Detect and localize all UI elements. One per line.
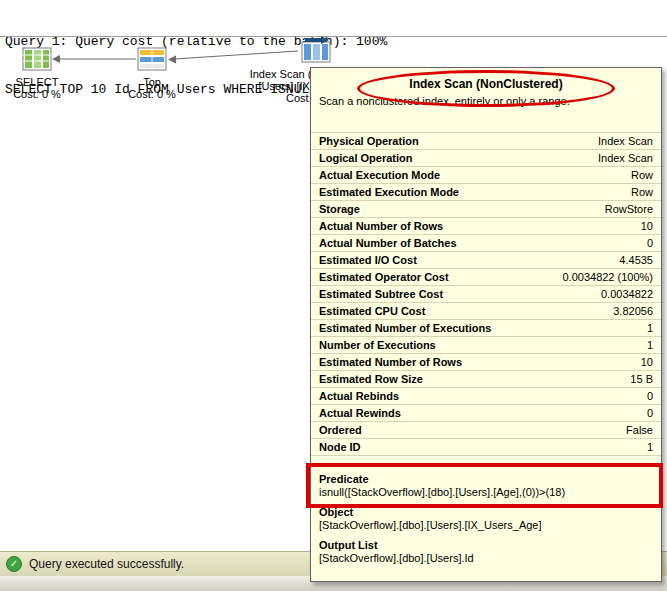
- tooltip-row: Actual Number of Rows10: [311, 218, 661, 235]
- plan-node-top[interactable]: Top Cost: 0 %: [115, 46, 189, 100]
- property-label: Estimated Number of Rows: [319, 356, 462, 368]
- property-value: 10: [641, 220, 653, 232]
- node-label: SELECT: [0, 76, 74, 88]
- tooltip-row: Estimated Row Size15 B: [311, 371, 661, 388]
- property-value: Row: [631, 169, 653, 181]
- property-label: Estimated I/O Cost: [319, 254, 417, 266]
- property-value: 4.4535: [619, 254, 653, 266]
- tooltip-description: Scan a nonclustered index, entirely or o…: [319, 95, 653, 108]
- property-label: Estimated CPU Cost: [319, 305, 425, 317]
- tooltip-row: Estimated I/O Cost4.4535: [311, 252, 661, 269]
- predicate-section: Predicate isnull([StackOverflow].[dbo].[…: [311, 470, 661, 503]
- property-value: 1: [647, 441, 653, 453]
- property-value: 0.0034822 (100%): [562, 271, 653, 283]
- property-label: Estimated Subtree Cost: [319, 288, 443, 300]
- property-value: 0: [647, 407, 653, 419]
- property-label: Logical Operation: [319, 152, 413, 164]
- property-value: Index Scan: [598, 152, 653, 164]
- property-label: Ordered: [319, 424, 362, 436]
- tooltip-row: Estimated Number of Rows10: [311, 354, 661, 371]
- property-label: Estimated Execution Mode: [319, 186, 459, 198]
- property-value: RowStore: [605, 203, 653, 215]
- tooltip-row: Actual Execution ModeRow: [311, 167, 661, 184]
- property-value: 15 B: [630, 373, 653, 385]
- section-value: isnull([StackOverflow].[dbo].[Users].[Ag…: [319, 486, 653, 499]
- property-value: 0: [647, 237, 653, 249]
- property-label: Physical Operation: [319, 135, 419, 147]
- property-label: Storage: [319, 203, 360, 215]
- section-label: Output List: [319, 539, 653, 552]
- tooltip-row: Actual Rebinds0: [311, 388, 661, 405]
- tooltip-row: Node ID1: [311, 439, 661, 456]
- property-value: 0: [647, 390, 653, 402]
- tooltip-sections: Predicate isnull([StackOverflow].[dbo].[…: [311, 470, 661, 569]
- node-cost: Cost: 0 %: [115, 88, 189, 100]
- tooltip-row: Estimated Number of Executions1: [311, 320, 661, 337]
- index-scan-icon[interactable]: [299, 36, 333, 64]
- property-label: Actual Number of Batches: [319, 237, 457, 249]
- tooltip-row: Logical OperationIndex Scan: [311, 150, 661, 167]
- property-label: Estimated Row Size: [319, 373, 423, 385]
- tooltip-row: Physical OperationIndex Scan: [311, 133, 661, 150]
- tooltip-row: Estimated Subtree Cost0.0034822: [311, 286, 661, 303]
- property-value: False: [626, 424, 653, 436]
- status-message: Query executed successfully.: [29, 557, 184, 571]
- success-check-icon: ✓: [6, 556, 22, 572]
- property-label: Node ID: [319, 441, 361, 453]
- property-label: Actual Rewinds: [319, 407, 401, 419]
- property-label: Actual Execution Mode: [319, 169, 440, 181]
- tooltip-row: Estimated CPU Cost3.82056: [311, 303, 661, 320]
- tooltip-row: OrderedFalse: [311, 422, 661, 439]
- tooltip-row: Estimated Execution ModeRow: [311, 184, 661, 201]
- tooltip-row: Estimated Operator Cost0.0034822 (100%): [311, 269, 661, 286]
- property-label: Estimated Number of Executions: [319, 322, 491, 334]
- tooltip-row: Number of Executions1: [311, 337, 661, 354]
- node-cost: Cost: 0 %: [0, 88, 74, 100]
- node-label: Top: [115, 76, 189, 88]
- section-value: [StackOverflow].[dbo].[Users].Id: [319, 552, 653, 565]
- property-value: Row: [631, 186, 653, 198]
- property-value: 1: [647, 322, 653, 334]
- property-label: Number of Executions: [319, 339, 436, 351]
- property-value: 0.0034822: [601, 288, 653, 300]
- section-value: [StackOverflow].[dbo].[Users].[IX_Users_…: [319, 519, 653, 532]
- property-value: 10: [641, 356, 653, 368]
- section-label: Predicate: [319, 473, 653, 486]
- select-result-icon[interactable]: [21, 46, 53, 72]
- tooltip-row: Actual Number of Batches0: [311, 235, 661, 252]
- tooltip-properties: Physical OperationIndex Scan Logical Ope…: [311, 132, 661, 456]
- property-label: Estimated Operator Cost: [319, 271, 449, 283]
- property-label: Actual Number of Rows: [319, 220, 443, 232]
- tooltip-row: Actual Rewinds0: [311, 405, 661, 422]
- property-value: 1: [647, 339, 653, 351]
- output-list-section: Output List [StackOverflow].[dbo].[Users…: [311, 536, 661, 569]
- property-label: Actual Rebinds: [319, 390, 399, 402]
- tooltip-title: Index Scan (NonClustered): [311, 77, 661, 92]
- top-operator-icon[interactable]: [136, 46, 168, 72]
- property-value: Index Scan: [598, 135, 653, 147]
- property-value: 3.82056: [613, 305, 653, 317]
- plan-node-select[interactable]: SELECT Cost: 0 %: [0, 46, 74, 100]
- section-label: Object: [319, 506, 653, 519]
- operator-tooltip: Index Scan (NonClustered) Scan a nonclus…: [310, 67, 662, 582]
- object-section: Object [StackOverflow].[dbo].[Users].[IX…: [311, 503, 661, 536]
- tooltip-row: StorageRowStore: [311, 201, 661, 218]
